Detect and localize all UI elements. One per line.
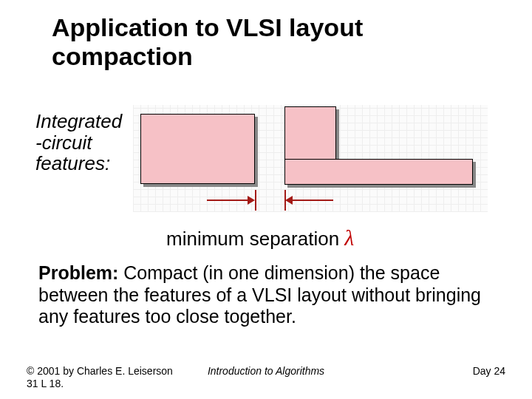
features-label-l1: Integrated bbox=[35, 110, 122, 132]
vlsi-diagram bbox=[133, 105, 488, 212]
slide-title: Application to VLSI layout compaction bbox=[52, 13, 363, 71]
footer-right: Day 24 bbox=[473, 365, 505, 377]
arrowhead-left-icon bbox=[285, 196, 293, 205]
slide: Application to VLSI layout compaction In… bbox=[0, 0, 532, 399]
min-sep-text: minimum separation bbox=[166, 228, 339, 250]
problem-statement: Problem: Compact (in one dimension) the … bbox=[38, 262, 493, 328]
min-separation-caption: minimum separation λ bbox=[166, 225, 354, 250]
arrow-right-line bbox=[293, 200, 333, 201]
features-label-l3: features: bbox=[35, 152, 110, 174]
arrow-left-line bbox=[207, 200, 248, 201]
features-label-l2: -circuit bbox=[35, 132, 92, 154]
footer: © 2001 by Charles E. Leiserson 31 L 18. … bbox=[27, 365, 505, 390]
footer-center: Introduction to Algorithms bbox=[27, 365, 505, 377]
title-line-2: compaction bbox=[52, 42, 193, 70]
title-line-1: Application to VLSI layout bbox=[52, 13, 363, 41]
feature-body bbox=[140, 114, 255, 184]
feature-l-join bbox=[285, 160, 335, 184]
feature-rectangle bbox=[140, 114, 255, 184]
features-label: Integrated -circuit features: bbox=[35, 111, 122, 174]
copyright-l2: 31 L 18. bbox=[27, 378, 64, 389]
arrowhead-right-icon bbox=[248, 196, 255, 205]
tick-left bbox=[255, 190, 256, 211]
problem-lead: Problem: bbox=[38, 262, 118, 283]
lambda-symbol: λ bbox=[344, 225, 354, 250]
